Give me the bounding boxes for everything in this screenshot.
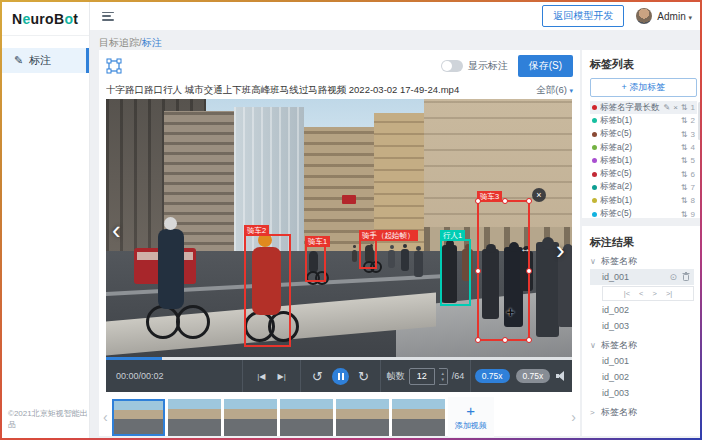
tag-color-dot [592,212,597,217]
tag-row[interactable]: 标签a(2) ⇅ 4 [590,141,697,154]
annotation-box[interactable]: 骑车2 [244,234,291,347]
resize-handle[interactable] [526,198,532,204]
thumbs-next-chevron[interactable]: › [567,409,580,425]
annotation-box[interactable]: 骑手（起始帧） [359,239,377,269]
sort-icon[interactable]: ⇅ [681,210,688,219]
breadcrumb-parent[interactable]: 目标追踪 [99,37,139,48]
sidebar-item-annotate[interactable]: ✎ 标注 [2,48,89,73]
annotation-box[interactable]: 骑车1 [305,245,326,282]
tag-row[interactable]: 标签名字最长数... ✎ × ⇅ 1 [590,101,697,114]
frame-stepper[interactable]: ▴▾ [439,368,448,385]
result-group-header[interactable]: ∨ 标签名称 [590,337,694,353]
add-video-button[interactable]: + 添加视频 [448,397,494,437]
resize-handle[interactable] [475,198,481,204]
pager-prev-icon[interactable]: < [639,289,643,298]
sort-icon[interactable]: ⇅ [681,143,688,152]
filter-label: 全部(6) [536,84,567,95]
annotation-box[interactable]: 行人1 [440,239,471,306]
video-frame[interactable]: 骑车2 骑车1 骑手（起始帧） 行人1 骑车3 × [106,99,572,357]
video-thumbnail[interactable] [224,399,277,436]
tag-row[interactable]: 标签c(5) ⇅ 3 [590,128,697,141]
result-id: id_001 [602,272,629,282]
annotation-box-selected[interactable]: 骑车3 [477,200,530,341]
save-button[interactable]: 保存(S) [518,55,573,77]
scrollbar[interactable] [698,102,700,140]
result-item[interactable]: id_002 [590,302,694,318]
logo-part: o [64,11,73,27]
video-thumbnail[interactable] [392,399,445,436]
sort-icon[interactable]: ⇅ [681,116,688,125]
player-controls: 00:00/00:02 |◀ ▶| ↺ ↻ 帧数 12 ▴▾ /64 0 [106,357,572,392]
pager-last-icon[interactable]: >| [666,289,672,298]
result-item[interactable]: id_003 [590,385,694,401]
tag-color-dot [592,105,597,110]
avatar[interactable] [636,8,652,24]
resize-handle[interactable] [502,337,508,343]
resize-handle[interactable] [475,268,481,274]
result-item-selected[interactable]: id_001 ⊙ [590,269,694,285]
prev-frame-button[interactable]: |◀ [257,372,265,381]
sort-icon[interactable]: ⇅ [681,103,688,112]
user-menu[interactable]: Admin ▾ [657,11,692,22]
delete-tag-icon[interactable]: × [673,103,678,112]
sort-icon[interactable]: ⇅ [681,183,688,192]
result-group-header[interactable]: > 标签名称 [590,404,694,420]
video-thumbnail[interactable] [280,399,333,436]
forward-icon[interactable]: ↻ [358,370,369,383]
result-group-header[interactable]: ∨ 标签名称 [590,253,694,269]
sort-icon[interactable]: ⇅ [681,170,688,179]
resize-handle[interactable] [502,198,508,204]
tag-row[interactable]: 标签c(5) ⇅ 6 [590,167,697,180]
tag-order: 3 [691,130,695,139]
tag-row[interactable]: 标签b(1) ⇅ 5 [590,154,697,167]
pause-button[interactable] [332,368,349,385]
next-video-chevron[interactable]: › [556,237,565,263]
bicycle-wheel [146,305,180,339]
tag-name: 标签b(1) [600,155,678,167]
speed-pill[interactable]: 0.75x [516,369,551,383]
rewind-icon[interactable]: ↺ [312,370,323,383]
video-thumbnail[interactable] [336,399,389,436]
top-bar: 返回模型开发 Admin ▾ [90,2,700,30]
tag-row[interactable]: 标签c(5) ⇅ 9 [590,207,697,220]
filter-dropdown[interactable]: 全部(6) ▾ [536,84,573,97]
tag-row[interactable]: 标签a(2) ⇅ 7 [590,181,697,194]
hamburger-icon[interactable] [102,12,114,21]
pager-next-icon[interactable]: > [653,289,657,298]
person-silhouette [401,249,409,271]
tag-row[interactable]: 标签b(1) ⇅ 8 [590,194,697,207]
trash-icon[interactable] [682,272,690,283]
video-thumbnail[interactable] [112,399,165,436]
result-item[interactable]: id_002 [590,369,694,385]
back-to-model-dev-button[interactable]: 返回模型开发 [542,5,624,27]
locate-icon[interactable]: ⊙ [669,272,677,282]
show-annotation-toggle[interactable] [441,60,463,72]
frame-number-input[interactable]: 12 [409,368,435,385]
bounding-box-tool-icon[interactable] [106,58,122,74]
annotation-label: 行人1 [440,230,465,241]
tag-row[interactable]: 标签b(1) ⇅ 2 [590,114,697,127]
tag-color-dot [592,145,597,150]
resize-handle[interactable] [526,337,532,343]
result-item[interactable]: id_001 [590,353,694,369]
pager-first-icon[interactable]: |< [624,289,630,298]
speed-pill-active[interactable]: 0.75x [475,369,510,383]
next-frame-button[interactable]: ▶| [278,372,286,381]
sort-icon[interactable]: ⇅ [681,156,688,165]
sort-icon[interactable]: ⇅ [681,196,688,205]
volume-icon[interactable] [556,371,568,381]
sort-icon[interactable]: ⇅ [681,130,688,139]
add-tag-button[interactable]: + 添加标签 [590,78,697,97]
video-thumbnail[interactable] [168,399,221,436]
spinner-down-icon[interactable]: ▾ [441,376,444,382]
tag-name: 标签名字最长数... [600,102,660,114]
bicycle-wheel [176,305,210,339]
resize-handle[interactable] [526,268,532,274]
prev-video-chevron[interactable]: ‹ [112,217,121,243]
edit-tag-icon[interactable]: ✎ [663,103,670,112]
prev-frame-icon: ◀ [259,372,265,381]
close-icon[interactable]: × [532,188,546,202]
result-item[interactable]: id_003 [590,318,694,334]
resize-handle[interactable] [475,337,481,343]
thumbs-prev-chevron[interactable]: ‹ [99,409,112,425]
